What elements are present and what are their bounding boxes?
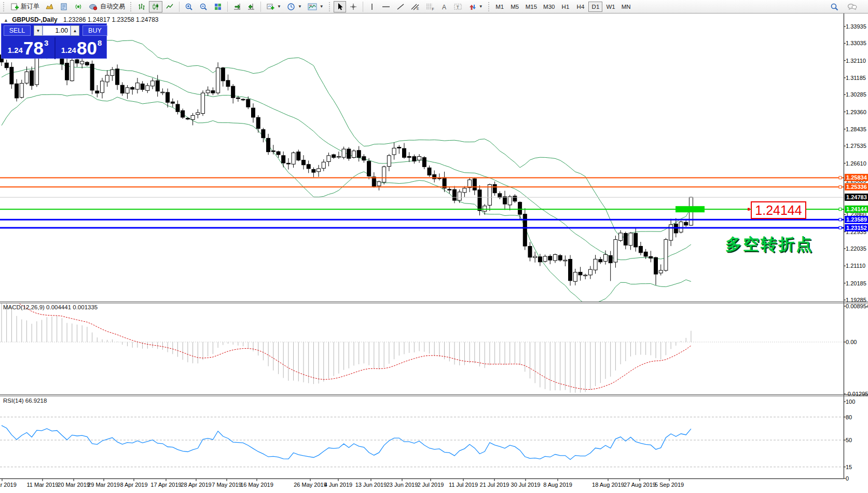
date-tick-label: 7 May 2019 [212,482,241,488]
sell-price[interactable]: 1.24 78 3 [2,37,54,58]
date-tick-label: 21 Jul 2019 [480,482,509,488]
crosshair-button[interactable] [347,1,360,12]
date-tick-label: 13 Jun 2019 [355,482,387,488]
svg-text:T: T [456,4,459,9]
equidistant-channel-button[interactable]: E [408,1,422,12]
trendline-button[interactable] [394,1,407,12]
timeframe-button-M15[interactable]: M15 [523,2,540,12]
toolbar-grip[interactable] [488,2,490,11]
dropdown-arrow-icon: ▼ [479,4,483,9]
rsi-value: 66.9218 [25,398,47,404]
timeframe-button-M1[interactable]: M1 [493,2,507,12]
toolbar-separator [363,2,363,12]
chart-header: ▲ GBPUSD-,Daily 1.23286 1.24817 1.23258 … [4,16,158,23]
collapse-quotes-icon[interactable]: ▲ [4,18,8,23]
symbol-period-label: GBPUSD-,Daily [12,16,57,23]
market-watch-button[interactable] [43,1,57,12]
periods-button[interactable]: ▼ [284,1,305,12]
buy-button[interactable]: BUY [82,25,107,36]
date-tick-label: 4 Jun 2019 [324,482,352,488]
chart-shift-icon [247,3,255,11]
price-tick-label: 1.27535 [846,143,868,149]
cursor-button[interactable] [334,1,346,12]
chart-shift-button[interactable] [244,1,258,12]
buy-price[interactable]: 1.24 80 8 [56,37,107,58]
vertical-line-button[interactable] [366,1,378,12]
toolbar: 新订单 自动交易 ▼ ▼ [0,0,868,13]
new-order-button[interactable]: 新订单 [8,1,42,12]
volume-decrease-button[interactable]: ▼ [34,25,43,36]
date-tick-label: 27 Aug 2019 [624,482,656,488]
date-tick-label: 8 Apr 2019 [120,482,147,488]
cursor-icon [336,3,343,11]
date-tick-label: 16 May 2019 [240,482,273,488]
toolbar-grip[interactable] [3,2,5,11]
timeframe-button-H1[interactable]: H1 [558,2,572,12]
rsi-tick-label: 50 [846,437,868,444]
toolbar-separator [260,2,261,12]
zoom-out-button[interactable] [197,1,211,12]
auto-scroll-button[interactable] [230,1,244,12]
volume-input[interactable] [43,25,71,36]
price-tick-label: 1.32110 [846,58,868,64]
macd-pane-area[interactable] [0,303,844,394]
horizontal-line-button[interactable] [379,1,393,12]
date-tick-label: 29 Mar 2019 [88,482,120,488]
autotrading-icon [89,3,98,11]
toolbar-grip[interactable] [329,2,331,11]
text-button[interactable]: A [438,1,450,12]
zoom-in-icon [185,3,194,11]
hline-price-label: 1.25336 [845,183,868,190]
vertical-line-icon [369,3,375,11]
rsi-pane-area[interactable] [0,395,844,478]
templates-button[interactable]: ▼ [305,1,326,12]
price-tick-label: 1.33035 [846,40,868,47]
search-button[interactable] [828,1,842,12]
trendline-icon [396,3,405,11]
date-tick-label: 2 Jul 2019 [418,482,444,488]
price-tick-label: 1.31185 [846,75,868,81]
toolbar-grip[interactable] [130,2,132,11]
macd-tick-label: 0.00 [846,339,868,346]
text-label-button[interactable]: T [451,1,465,12]
timeframe-button-M30[interactable]: M30 [541,2,557,12]
timeframe-button-M5[interactable]: M5 [508,2,522,12]
sell-button[interactable]: SELL [4,25,31,36]
candlestick-chart-button[interactable] [149,1,162,12]
chat-button[interactable] [845,1,860,12]
main-chart-area[interactable] [0,13,844,302]
signals-button[interactable] [72,1,86,12]
clock-icon [287,3,295,11]
timeframe-button-MN[interactable]: MN [619,2,633,12]
zoom-out-icon [199,3,208,11]
chinese-note-text[interactable]: 多空转折点 [725,234,814,255]
date-tick-label: 18 Aug 2019 [592,482,624,488]
price-tick-label: 1.30285 [846,91,868,98]
date-tick-label: 8 Aug 2019 [543,482,572,488]
up-arrow-icon: ▲ [73,29,77,33]
timeframe-button-H4[interactable]: H4 [573,2,587,12]
new-order-icon [10,3,19,11]
date-tick-label: 23 Jun 2019 [387,482,418,488]
bar-chart-button[interactable] [135,1,148,12]
price-annotation-box[interactable]: 1.24144 [751,201,806,219]
metaeditor-button[interactable] [57,1,71,12]
autotrading-button[interactable]: 自动交易 [86,1,128,12]
volume-increase-button[interactable]: ▲ [71,25,79,36]
timeframe-button-W1[interactable]: W1 [603,2,617,12]
arrows-button[interactable]: ▼ [465,1,486,12]
search-icon [830,3,839,11]
zoom-in-button[interactable] [182,1,196,12]
sell-price-prefix: 1.24 [8,46,23,54]
buy-price-prefix: 1.24 [61,46,76,54]
tile-windows-button[interactable] [211,1,225,12]
price-tick-label: 1.28435 [846,126,868,133]
timeframe-button-D1[interactable]: D1 [588,2,602,12]
auto-scroll-icon [233,3,241,11]
line-chart-button[interactable] [163,1,176,12]
crosshair-icon [349,3,357,11]
macd-tick-label: -0.012957 [846,391,868,398]
fibonacci-button[interactable]: F [423,1,437,12]
chat-icon [847,3,857,11]
new-chart-button[interactable]: ▼ [264,1,284,12]
